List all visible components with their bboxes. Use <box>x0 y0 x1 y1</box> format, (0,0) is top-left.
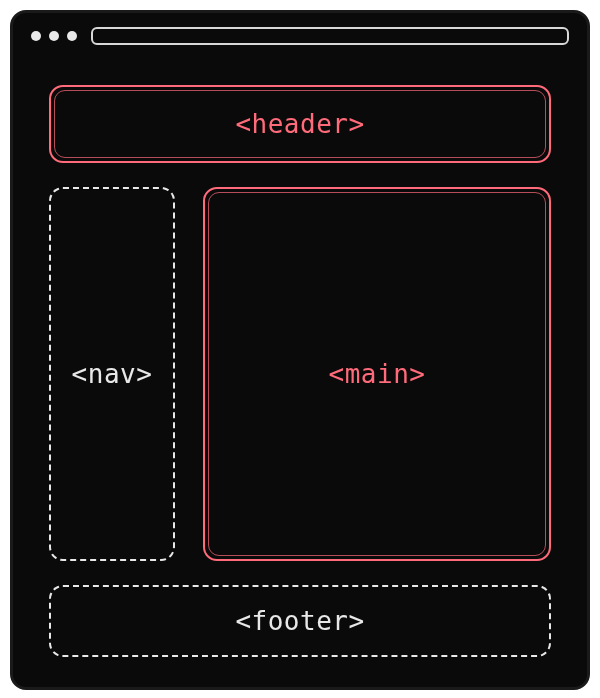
nav-label: <nav> <box>72 359 153 389</box>
main-label: <main> <box>329 359 426 389</box>
url-bar[interactable] <box>91 27 569 45</box>
traffic-lights <box>31 31 77 41</box>
header-label: <header> <box>235 109 364 139</box>
header-region: <header> <box>49 85 551 163</box>
nav-region: <nav> <box>49 187 175 561</box>
close-icon[interactable] <box>31 31 41 41</box>
footer-label: <footer> <box>235 606 364 636</box>
maximize-icon[interactable] <box>67 31 77 41</box>
main-region: <main> <box>203 187 551 561</box>
browser-titlebar <box>13 13 587 59</box>
middle-row: <nav> <main> <box>49 187 551 561</box>
footer-region: <footer> <box>49 585 551 657</box>
browser-window: <header> <nav> <main> <footer> <box>10 10 590 690</box>
layout-diagram: <header> <nav> <main> <footer> <box>13 59 587 687</box>
minimize-icon[interactable] <box>49 31 59 41</box>
